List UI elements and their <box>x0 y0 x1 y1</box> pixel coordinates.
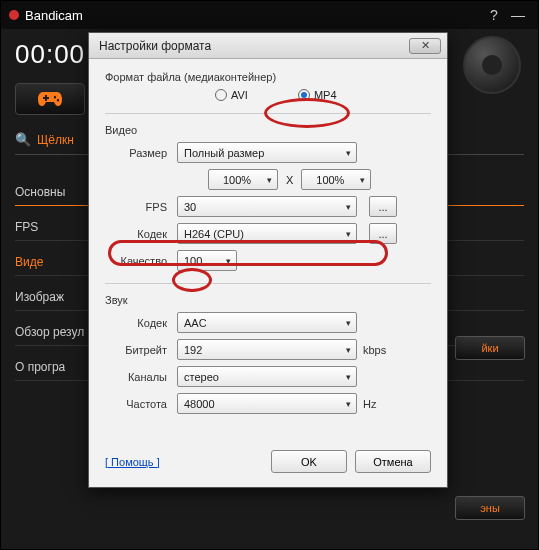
radio-icon <box>298 89 310 101</box>
dialog-footer: [ Помощь ] OK Отмена <box>89 436 447 487</box>
settings-button[interactable]: йки <box>455 336 525 360</box>
format-settings-dialog: Настройки формата ✕ Формат файла (медиак… <box>88 32 448 488</box>
acodec-label: Кодек <box>105 317 177 329</box>
acodec-select[interactable]: AAC <box>177 312 357 333</box>
quality-select[interactable]: 100 <box>177 250 237 271</box>
game-mode-button[interactable] <box>15 83 85 115</box>
search-label: Щёлкн <box>37 133 74 147</box>
video-group: Видео Размер Полный размер 100% X 100% F… <box>105 124 431 271</box>
freq-select[interactable]: 48000 <box>177 393 357 414</box>
record-button[interactable] <box>463 36 521 94</box>
dialog-titlebar: Настройки формата ✕ <box>89 33 447 59</box>
freq-label: Частота <box>105 398 177 410</box>
format-avi-label: AVI <box>231 89 248 101</box>
audio-group-title: Звук <box>105 294 431 306</box>
format-group-title: Формат файла (медиаконтейнер) <box>105 71 431 83</box>
ok-button[interactable]: OK <box>271 450 347 473</box>
format-mp4-radio[interactable]: MP4 <box>298 89 337 101</box>
bitrate-unit: kbps <box>363 344 386 356</box>
help-link[interactable]: [ Помощь ] <box>105 456 160 468</box>
bitrate-label: Битрейт <box>105 344 177 356</box>
video-group-title: Видео <box>105 124 431 136</box>
fps-select[interactable]: 30 <box>177 196 357 217</box>
gamepad-icon <box>37 90 63 108</box>
timer-display: 00:00 <box>15 39 85 70</box>
format-group: Формат файла (медиаконтейнер) AVI MP4 <box>105 71 431 101</box>
radio-icon <box>215 89 227 101</box>
size-label: Размер <box>105 147 177 159</box>
format-mp4-label: MP4 <box>314 89 337 101</box>
cancel-button[interactable]: Отмена <box>355 450 431 473</box>
size-select[interactable]: Полный размер <box>177 142 357 163</box>
vcodec-more-button[interactable]: ... <box>369 223 397 244</box>
freq-unit: Hz <box>363 398 376 410</box>
help-button[interactable]: ? <box>482 5 506 25</box>
search-icon: 🔍 <box>15 132 31 147</box>
fps-more-button[interactable]: ... <box>369 196 397 217</box>
format-avi-radio[interactable]: AVI <box>215 89 248 101</box>
close-button[interactable]: ✕ <box>409 38 441 54</box>
fps-label: FPS <box>105 201 177 213</box>
bitrate-select[interactable]: 192 <box>177 339 357 360</box>
quality-label: Качество <box>105 255 177 267</box>
scale-width-select[interactable]: 100% <box>208 169 278 190</box>
vcodec-select[interactable]: H264 (CPU) <box>177 223 357 244</box>
audio-group: Звук Кодек AAC Битрейт 192 kbps Каналы с… <box>105 294 431 414</box>
app-title: Bandicam <box>25 8 83 23</box>
minimize-button[interactable]: — <box>506 5 530 25</box>
dialog-title: Настройки формата <box>99 39 211 53</box>
buttons-button[interactable]: эны <box>455 496 525 520</box>
scale-height-select[interactable]: 100% <box>301 169 371 190</box>
record-dot-icon <box>9 10 19 20</box>
main-titlebar: Bandicam ? — <box>1 1 538 29</box>
channels-select[interactable]: стерео <box>177 366 357 387</box>
scale-x-label: X <box>286 174 293 186</box>
channels-label: Каналы <box>105 371 177 383</box>
vcodec-label: Кодек <box>105 228 177 240</box>
